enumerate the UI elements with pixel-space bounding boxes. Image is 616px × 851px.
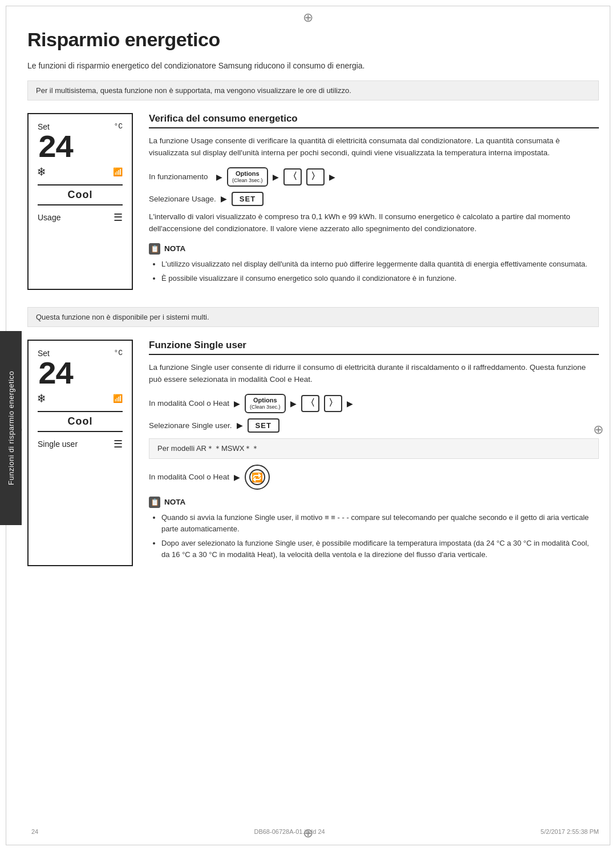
step-2-3-label: In modalità Cool o Heat	[149, 473, 229, 481]
section-2-heading: Funzione Single user	[149, 340, 599, 355]
fan-icon-2: ❄	[38, 391, 45, 406]
intro-text: Le funzioni di risparmio energetico del …	[27, 61, 599, 70]
section-1: Set °C 24 ❄ 📶 Cool Usage ☰ Verifica del …	[27, 113, 599, 290]
file-info: DB68-06728A-01.indd 24	[254, 828, 325, 835]
step-1-label: In funzionamento	[149, 172, 212, 181]
step-2-3-row: In modalità Cool o Heat ▶ 🔁	[149, 465, 599, 490]
remote-icon: 🔁	[245, 465, 270, 490]
arrow-2-2: ▶	[290, 399, 297, 408]
arrow-3: ▶	[329, 172, 335, 182]
arrow-2: ▶	[273, 172, 279, 182]
note-item-2-0: Quando si avvia la funzione Single user,…	[161, 512, 599, 535]
device-mode-1: Cool	[38, 189, 123, 201]
section-2-content: Funzione Single user La funzione Single …	[149, 340, 599, 566]
set-btn-1[interactable]: SET	[232, 192, 264, 206]
note-icon-1: 📋	[149, 243, 160, 255]
svg-text:🔁: 🔁	[252, 471, 263, 482]
note-box-2: 📋 NOTA Quando si avvia la funzione Singl…	[149, 497, 599, 561]
device-bottom-1: Usage ☰	[38, 211, 123, 224]
device-display-1: Set °C 24 ❄ 📶 Cool Usage ☰	[27, 113, 133, 290]
sub-label-2: Single user	[38, 439, 78, 449]
fan-icon-1: ❄	[38, 164, 45, 180]
section-2: Set °C 24 ❄ 📶 Cool Single user ☰ Funzion…	[27, 340, 599, 566]
options-btn-2[interactable]: Options (Clean 3sec.)	[245, 394, 286, 413]
page-number: 24	[31, 828, 38, 835]
temp-number-1: 24	[38, 132, 123, 164]
note-icon-2: 📋	[149, 497, 160, 508]
signal-icon-2: 📶	[113, 394, 123, 404]
note-box-1: 📋 NOTA L'utilizzo visualizzato nel displ…	[149, 243, 599, 284]
sub-label-1: Usage	[38, 213, 60, 222]
step-2-2-row: Selezionare Single user. ▶ SET	[149, 418, 599, 433]
note-item-1-0: L'utilizzo visualizzato nel display dell…	[161, 259, 599, 270]
note-list-2: Quando si avvia la funzione Single user,…	[149, 512, 599, 561]
signal-icon-1: 📶	[113, 167, 123, 177]
step-2-1-label: In modalità Cool o Heat	[149, 399, 229, 408]
celsius-2: °C	[114, 349, 123, 357]
wifi-icon-1: ☰	[114, 211, 123, 224]
sidebar-tab: Funzioni di risparmio energetico	[0, 331, 22, 525]
set-btn-2[interactable]: SET	[248, 418, 279, 433]
model-bar: Per modelli AR＊＊MSWX＊＊	[149, 438, 599, 459]
step-2-2-label: Selezionare Single user.	[149, 421, 232, 430]
section-1-content: Verifica del consumo energetico La funzi…	[149, 113, 599, 290]
section-1-heading: Verifica del consumo energetico	[149, 113, 599, 128]
section-2-body: La funzione Single user consente di ridu…	[149, 362, 599, 386]
step-1-row: In funzionamento ▶ Options (Clean 3sec.)…	[149, 167, 599, 187]
note-item-2-1: Dopo aver selezionato la funzione Single…	[161, 538, 599, 560]
device-bottom-2: Single user ☰	[38, 438, 123, 450]
celsius-1: °C	[114, 122, 123, 131]
info-bar-2: Questa funzione non è disponibile per i …	[27, 307, 599, 327]
date-info: 5/2/2017 2:55:38 PM	[541, 828, 599, 835]
options-btn-1[interactable]: Options (Clean 3sec.)	[227, 167, 268, 187]
reg-mark-top: ⊕	[303, 10, 313, 25]
arrow-4: ▶	[221, 194, 227, 203]
nav-right-2[interactable]: 〉	[324, 395, 342, 412]
arrow-1: ▶	[216, 172, 222, 182]
device-display-2: Set °C 24 ❄ 📶 Cool Single user ☰	[27, 340, 133, 566]
device-icons-1: ❄ 📶	[38, 164, 123, 180]
footer: 24 DB68-06728A-01.indd 24 5/2/2017 2:55:…	[31, 828, 599, 835]
arrow-2-5: ▶	[234, 473, 240, 482]
step-2-row: Selezionare Usage. ▶ SET	[149, 192, 599, 206]
wifi-icon-2: ☰	[114, 438, 123, 450]
temp-number-2: 24	[38, 359, 123, 391]
reg-mark-right: ⊕	[593, 422, 603, 437]
device-icons-2: ❄ 📶	[38, 391, 123, 406]
arrow-2-4: ▶	[237, 421, 243, 430]
device-mode-2: Cool	[38, 416, 123, 427]
section-1-body-end: L'intervallo di valori visualizzato è co…	[149, 211, 599, 235]
step-2-label: Selezionare Usage.	[149, 195, 216, 203]
note-item-1-1: È possibile visualizzare il consumo ener…	[161, 273, 599, 284]
arrow-2-3: ▶	[347, 399, 353, 408]
nav-right-1[interactable]: 〉	[306, 168, 325, 185]
note-header-2: 📋 NOTA	[149, 497, 599, 508]
page-title: Risparmio energetico	[27, 29, 599, 51]
note-header-1: 📋 NOTA	[149, 243, 599, 255]
nav-left-1[interactable]: 〈	[283, 168, 302, 185]
section-1-body: La funzione Usage consente di verificare…	[149, 135, 599, 159]
arrow-2-1: ▶	[234, 399, 240, 408]
nav-left-2[interactable]: 〈	[301, 395, 319, 412]
note-list-1: L'utilizzo visualizzato nel display dell…	[149, 259, 599, 284]
main-content: Risparmio energetico Le funzioni di risp…	[27, 0, 599, 618]
step-2-1-row: In modalità Cool o Heat ▶ Options (Clean…	[149, 394, 599, 413]
info-bar-1: Per il multisistema, questa funzione non…	[27, 80, 599, 100]
